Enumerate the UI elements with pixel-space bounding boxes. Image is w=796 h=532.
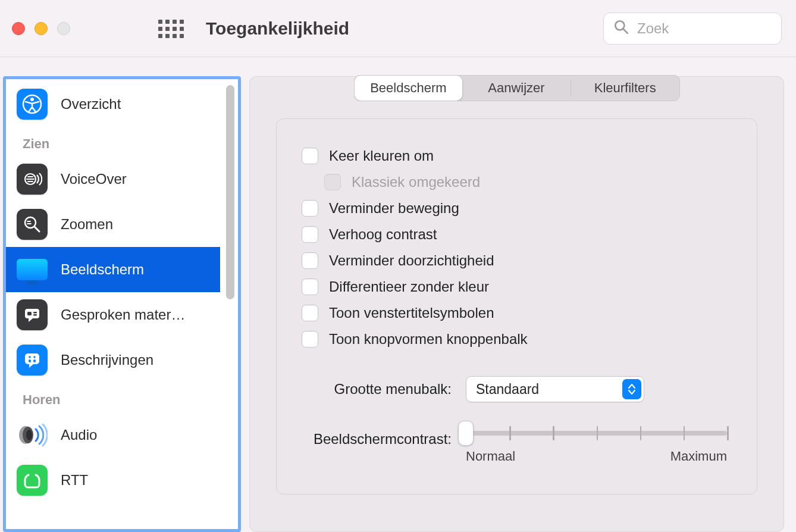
zoom-window-button[interactable]: [57, 22, 70, 35]
menubar-size-popup[interactable]: Standaard: [466, 376, 644, 402]
slider-min-label: Normaal: [466, 449, 515, 464]
checkbox-icon: [302, 200, 318, 217]
checkbox-label: Verhoog contrast: [329, 226, 437, 243]
tab-label: Kleurfilters: [594, 80, 656, 96]
sidebar-item-label: Zoomen: [61, 216, 113, 233]
checkbox-reduce-motion[interactable]: Verminder beweging: [302, 195, 745, 221]
search-input[interactable]: [636, 20, 796, 37]
search-icon: [613, 19, 629, 38]
svg-rect-14: [29, 359, 31, 362]
checkbox-label: Klassiek omgekeerd: [352, 174, 480, 190]
accessibility-icon: [17, 89, 48, 120]
tab-label: Aanwijzer: [488, 80, 544, 96]
svg-rect-9: [33, 312, 37, 314]
checkbox-icon: [324, 174, 341, 190]
checkbox-label: Verminder doorzichtigheid: [329, 252, 494, 269]
speaker-icon: [17, 420, 48, 450]
checkbox-icon: [302, 226, 318, 243]
svg-line-1: [623, 29, 628, 33]
sidebar-item-rtt[interactable]: RTT: [6, 458, 220, 503]
slider-max-label: Maximum: [670, 449, 727, 464]
checkbox-label: Differentieer zonder kleur: [329, 278, 489, 295]
spoken-content-icon: [17, 299, 48, 330]
checkbox-increase-contrast[interactable]: Verhoog contrast: [302, 221, 745, 248]
zoom-icon: [17, 209, 48, 240]
checkbox-icon: [302, 305, 318, 321]
window-title: Toegankelijkheid: [206, 18, 349, 39]
checkbox-toolbar-button-shapes[interactable]: Toon knopvormen knoppenbalk: [302, 326, 745, 352]
sidebar-section-zien: Zien: [6, 127, 220, 157]
checkbox-differentiate-color[interactable]: Differentieer zonder kleur: [302, 274, 745, 300]
slider-thumb[interactable]: [458, 421, 474, 446]
display-contrast-slider[interactable]: [466, 431, 727, 436]
checkbox-classic-invert: Klassiek omgekeerd: [324, 169, 745, 195]
descriptions-icon: [17, 345, 48, 375]
checkbox-label: Toon venstertitelsymbolen: [329, 305, 494, 321]
window-controls: [12, 22, 70, 35]
sidebar-item-spoken-content[interactable]: Gesproken mater…: [6, 292, 220, 337]
svg-rect-7: [25, 309, 39, 318]
checkbox-label: Toon knopvormen knoppenbalk: [329, 331, 528, 348]
tab-pointer[interactable]: Aanwijzer: [462, 76, 571, 101]
display-contrast-label: Beeldschermcontrast:: [302, 428, 455, 447]
checkbox-icon: [302, 252, 318, 269]
sidebar-item-label: Beeldscherm: [61, 261, 144, 278]
sidebar-item-label: Audio: [61, 427, 97, 443]
sidebar-item-overview[interactable]: Overzicht: [6, 82, 220, 127]
svg-rect-15: [33, 359, 36, 362]
checkbox-label: Verminder beweging: [329, 200, 459, 217]
sidebar-item-voiceover[interactable]: VoiceOver: [6, 157, 220, 202]
svg-rect-10: [33, 314, 37, 316]
sidebar-item-label: Gesproken mater…: [61, 306, 185, 323]
svg-rect-8: [27, 312, 32, 315]
sidebar: Overzicht Zien VoiceOver: [3, 76, 241, 532]
show-all-prefs-button[interactable]: [158, 20, 182, 37]
tab-group: Beeldscherm Aanwijzer Kleurfilters: [354, 75, 680, 101]
svg-rect-11: [25, 353, 39, 364]
close-window-button[interactable]: [12, 22, 25, 35]
content-panel: Beeldscherm Aanwijzer Kleurfilters Keer …: [249, 76, 784, 532]
titlebar: Toegankelijkheid: [0, 0, 796, 57]
sidebar-item-label: Overzicht: [61, 96, 121, 112]
checkbox-icon: [302, 278, 318, 295]
sidebar-item-descriptions[interactable]: Beschrijvingen: [6, 337, 220, 383]
popup-arrows-icon: [622, 379, 641, 399]
svg-point-12: [29, 356, 31, 358]
svg-point-3: [30, 98, 34, 101]
sidebar-item-label: RTT: [61, 472, 88, 489]
search-field[interactable]: [603, 12, 782, 45]
display-icon: [17, 254, 48, 285]
checkbox-window-title-icons[interactable]: Toon venstertitelsymbolen: [302, 300, 745, 326]
checkbox-invert-colors[interactable]: Keer kleuren om: [302, 143, 745, 169]
rtt-icon: [17, 465, 48, 496]
checkbox-reduce-transparency[interactable]: Verminder doorzichtigheid: [302, 248, 745, 274]
checkbox-icon: [302, 148, 318, 164]
svg-point-18: [26, 430, 32, 440]
svg-point-13: [33, 356, 36, 358]
minimize-window-button[interactable]: [35, 22, 48, 35]
checkbox-label: Keer kleuren om: [329, 148, 434, 164]
sidebar-section-horen: Horen: [6, 383, 220, 412]
sidebar-item-label: Beschrijvingen: [61, 352, 153, 368]
display-options-group: Keer kleuren om Klassiek omgekeerd Vermi…: [276, 118, 757, 495]
tab-label: Beeldscherm: [370, 80, 446, 96]
checkbox-icon: [302, 331, 318, 348]
popup-value: Standaard: [476, 381, 539, 398]
sidebar-scrollbar[interactable]: [226, 85, 234, 299]
svg-line-6: [35, 227, 39, 231]
sidebar-item-display[interactable]: Beeldscherm: [6, 247, 220, 292]
menubar-size-label: Grootte menubalk:: [302, 381, 455, 398]
voiceover-icon: [17, 164, 48, 195]
sidebar-item-audio[interactable]: Audio: [6, 412, 220, 458]
tab-display[interactable]: Beeldscherm: [355, 76, 463, 101]
tab-color-filters[interactable]: Kleurfilters: [571, 76, 679, 101]
sidebar-item-zoom[interactable]: Zoomen: [6, 202, 220, 247]
sidebar-item-label: VoiceOver: [61, 171, 127, 187]
